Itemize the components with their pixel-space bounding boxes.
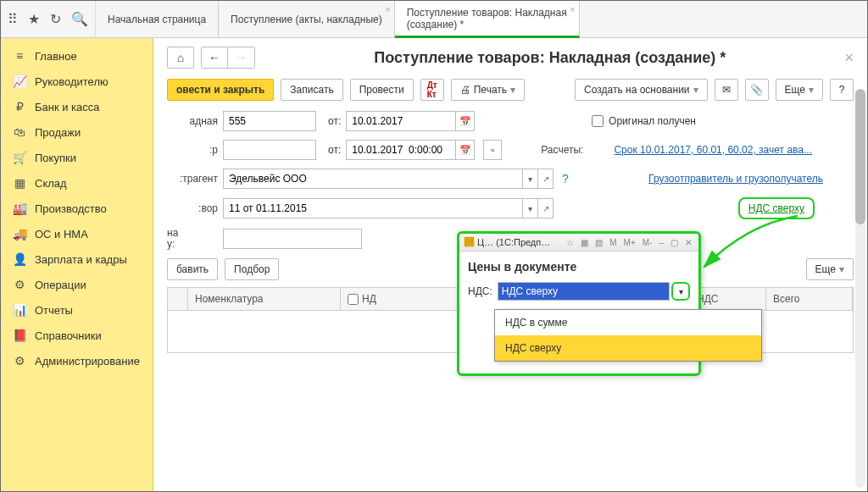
close-page-button[interactable]: × bbox=[844, 49, 854, 67]
mail-button[interactable]: ✉ bbox=[715, 79, 738, 101]
dropdown-icon[interactable]: ▾ bbox=[523, 198, 538, 218]
sidebar-item-asset[interactable]: 🚚ОС и НМА bbox=[1, 221, 153, 246]
nds-dropdown-list: НДС в сумме НДС сверху bbox=[494, 309, 762, 362]
print-button[interactable]: 🖨Печать bbox=[451, 79, 525, 101]
dogovor-input[interactable] bbox=[223, 198, 523, 218]
printer-icon: 🖨 bbox=[460, 84, 470, 96]
calendar-icon[interactable]: 📅 bbox=[456, 111, 475, 131]
date-input-2[interactable] bbox=[346, 140, 456, 160]
sidebar-item-hr[interactable]: 👤Зарплата и кадры bbox=[1, 246, 153, 272]
dropdown-option-in-sum[interactable]: НДС в сумме bbox=[495, 310, 761, 335]
min-icon[interactable]: – bbox=[657, 238, 665, 247]
label-nakladnaya: адная bbox=[167, 115, 218, 127]
raschety-link[interactable]: Срок 10.01.2017, 60.01, 60.02, зачет ава… bbox=[614, 144, 812, 156]
dialog-titlebar[interactable]: 🅲 Ц… (1С:Предп… ☆ ▦ ▧ M M+ M- – ▢ ✕ bbox=[459, 234, 698, 252]
nds-checkbox[interactable] bbox=[348, 294, 359, 305]
open-ref-icon[interactable]: ↗ bbox=[538, 198, 554, 218]
bars-icon: 📊 bbox=[13, 303, 26, 317]
sidebar-item-sales[interactable]: 🛍Продажи bbox=[1, 119, 153, 145]
boxes-icon: ▦ bbox=[13, 176, 26, 190]
search-icon[interactable]: 🔍 bbox=[71, 11, 88, 27]
label-kontragent: трагент: bbox=[167, 173, 218, 185]
close-icon[interactable]: ✕ bbox=[683, 238, 693, 247]
back-button[interactable]: ← bbox=[201, 47, 228, 69]
m-icon[interactable]: M bbox=[608, 238, 618, 247]
max-icon[interactable]: ▢ bbox=[669, 238, 680, 247]
factory-icon: 🏭 bbox=[13, 202, 26, 215]
nds-select-input[interactable] bbox=[498, 282, 670, 301]
onec-icon: 🅲 bbox=[465, 237, 474, 247]
apps-icon[interactable]: ⠿ bbox=[8, 11, 18, 27]
star-icon[interactable]: ★ bbox=[28, 11, 40, 27]
sidebar-item-reports[interactable]: 📊Отчеты bbox=[1, 297, 153, 323]
bag-icon: 🛍 bbox=[13, 125, 26, 139]
menu-icon: ≡ bbox=[13, 49, 26, 63]
close-icon[interactable]: × bbox=[570, 4, 575, 14]
dt-kt-button[interactable]: ДтКт bbox=[420, 79, 444, 101]
attach-button[interactable]: 📎 bbox=[745, 79, 769, 101]
sidebar-item-ops[interactable]: ⚙Операции bbox=[1, 272, 153, 297]
ruble-icon: ₽ bbox=[13, 100, 26, 113]
sidebar-item-purchases[interactable]: 🛒Покупки bbox=[1, 145, 153, 170]
open-ref-icon[interactable]: ↗ bbox=[538, 169, 554, 189]
post-button[interactable]: Провести bbox=[350, 79, 414, 101]
close-icon[interactable]: × bbox=[385, 4, 390, 14]
number-input[interactable] bbox=[223, 111, 316, 131]
create-based-button[interactable]: Создать на основании bbox=[575, 79, 708, 101]
sidebar-item-warehouse[interactable]: ▦Склад bbox=[1, 170, 153, 196]
grid-icon[interactable]: ▦ bbox=[579, 238, 590, 247]
dropdown-icon[interactable]: ▾ bbox=[523, 169, 538, 189]
label-ot: от: bbox=[328, 144, 341, 156]
label-schet-na: нау: bbox=[167, 228, 218, 250]
fav-icon[interactable]: ☆ bbox=[565, 238, 576, 247]
truck-icon: 🚚 bbox=[13, 227, 26, 240]
table-more-button[interactable]: Еще bbox=[806, 258, 854, 280]
open-icon[interactable]: ▫ bbox=[483, 140, 502, 160]
tab-current[interactable]: Поступление товаров: Накладная(создание)… bbox=[395, 1, 580, 38]
main-area: ⌂ ← → Поступление товаров: Накладная (со… bbox=[153, 38, 867, 491]
sidebar-item-main[interactable]: ≡Главное bbox=[1, 43, 153, 69]
scrollbar[interactable] bbox=[855, 89, 865, 488]
number2-input[interactable] bbox=[223, 140, 316, 160]
help-icon[interactable]: ? bbox=[562, 172, 569, 185]
post-and-close-button[interactable]: овести и закрыть bbox=[167, 79, 274, 101]
scrollbar-thumb[interactable] bbox=[855, 89, 865, 224]
kontragent-input[interactable] bbox=[223, 169, 523, 189]
sidebar-item-bank[interactable]: ₽Банк и касса bbox=[1, 94, 153, 119]
schet-input[interactable] bbox=[223, 229, 362, 249]
col-nomenklatura[interactable]: Номенклатура bbox=[188, 288, 341, 310]
nds-top-link[interactable]: НДС сверху bbox=[738, 197, 815, 219]
tab-receipts[interactable]: Поступление (акты, накладные)× bbox=[219, 1, 395, 38]
label-dogovor: вор: bbox=[167, 202, 218, 214]
cart-icon: 🛒 bbox=[13, 151, 26, 164]
calc-icon[interactable]: ▧ bbox=[593, 238, 604, 247]
col-total[interactable]: Всего bbox=[766, 288, 853, 310]
sidebar-item-refs[interactable]: 📕Справочники bbox=[1, 323, 153, 348]
original-received-checkbox[interactable]: Оригинал получен bbox=[592, 115, 696, 127]
col-nds[interactable]: НДС bbox=[690, 288, 766, 310]
sidebar-item-production[interactable]: 🏭Производство bbox=[1, 196, 153, 221]
forward-button[interactable]: → bbox=[228, 47, 255, 69]
add-button[interactable]: бавить bbox=[167, 258, 218, 280]
dropdown-button[interactable]: ▾ bbox=[671, 282, 690, 301]
help-button[interactable]: ? bbox=[830, 79, 854, 101]
gruz-link[interactable]: Грузоотправитель и грузополучатель bbox=[648, 173, 823, 185]
label-nds: НДС: bbox=[468, 285, 492, 297]
podbor-button[interactable]: Подбор bbox=[225, 258, 279, 280]
sidebar-item-manager[interactable]: 📈Руководителю bbox=[1, 69, 153, 94]
more-button[interactable]: Еще bbox=[776, 79, 823, 101]
sidebar-item-admin[interactable]: ⚙Администрирование bbox=[1, 348, 153, 373]
calendar-icon[interactable]: 📅 bbox=[456, 140, 475, 160]
mminus-icon[interactable]: M- bbox=[641, 238, 654, 247]
home-button[interactable]: ⌂ bbox=[167, 47, 194, 69]
chart-icon: 📈 bbox=[13, 75, 26, 88]
date-input-1[interactable] bbox=[346, 111, 456, 131]
mplus-icon[interactable]: M+ bbox=[622, 238, 637, 247]
topbar: ⠿ ★ ↻ 🔍 Начальная страница Поступление (… bbox=[1, 1, 867, 38]
sidebar: ≡Главное 📈Руководителю ₽Банк и касса 🛍Пр… bbox=[1, 38, 153, 491]
dropdown-option-on-top[interactable]: НДС сверху bbox=[495, 335, 761, 361]
history-icon[interactable]: ↻ bbox=[50, 11, 61, 27]
write-button[interactable]: Записать bbox=[281, 79, 342, 101]
col-n[interactable] bbox=[168, 288, 188, 310]
tab-start[interactable]: Начальная страница bbox=[96, 1, 219, 38]
